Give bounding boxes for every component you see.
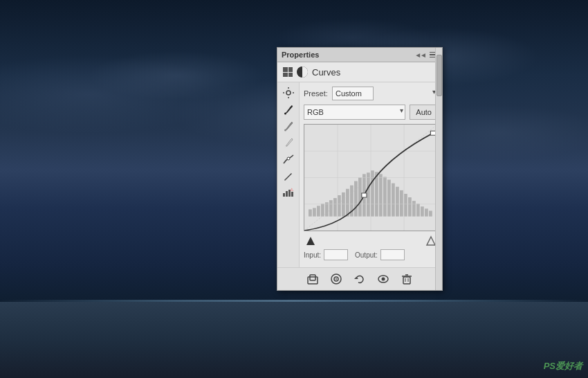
panel-body: ⚠ Preset: Custom RGB Red — [277, 82, 442, 267]
water-surface — [0, 302, 588, 378]
svg-rect-37 — [392, 183, 395, 217]
svg-rect-12 — [286, 191, 288, 197]
input-field: Input: — [304, 249, 348, 260]
panel-header: Curves — [277, 62, 442, 82]
gray-point-eyedropper[interactable] — [281, 118, 296, 134]
svg-rect-34 — [379, 174, 383, 216]
preset-select[interactable]: Custom — [332, 87, 374, 100]
grid-icon[interactable] — [283, 67, 293, 77]
channel-row: RGB Red Green Blue Auto — [304, 105, 438, 120]
channel-select[interactable]: RGB Red Green Blue — [304, 105, 405, 120]
svg-rect-18 — [313, 208, 316, 216]
svg-rect-45 — [425, 208, 428, 216]
svg-rect-46 — [429, 210, 432, 216]
collapse-arrows[interactable]: ◄◄ — [414, 51, 425, 59]
svg-rect-26 — [346, 189, 349, 217]
preset-select-wrapper: Custom — [332, 87, 438, 100]
watermark: PS爱好者 — [544, 360, 582, 372]
output-label: Output: — [355, 251, 378, 259]
svg-point-8 — [287, 157, 290, 160]
black-point-eyedropper[interactable] — [281, 102, 296, 117]
svg-rect-54 — [362, 193, 367, 197]
histogram-clipping-icon[interactable]: ⚠ — [281, 185, 296, 200]
svg-rect-31 — [367, 172, 370, 216]
svg-rect-66 — [403, 277, 410, 284]
input-label: Input: — [304, 251, 321, 259]
svg-rect-59 — [310, 275, 315, 280]
input-value[interactable] — [324, 249, 348, 260]
point-sliders-row — [304, 235, 438, 246]
white-point-eyedropper[interactable] — [281, 135, 296, 150]
svg-rect-14 — [291, 192, 293, 197]
svg-rect-25 — [342, 192, 345, 217]
adjustment-icon — [297, 66, 308, 78]
curve-area[interactable] — [304, 124, 438, 231]
svg-rect-41 — [408, 197, 412, 217]
scrollbar-thumb[interactable] — [437, 55, 442, 96]
svg-rect-42 — [412, 201, 416, 216]
panel-footer — [277, 267, 442, 290]
left-tools: ⚠ — [277, 82, 300, 267]
pencil-tool[interactable] — [281, 168, 296, 183]
svg-rect-35 — [383, 177, 387, 216]
output-field: Output: — [355, 249, 405, 260]
clip-to-layer-button[interactable] — [305, 271, 320, 287]
svg-marker-56 — [306, 237, 315, 245]
svg-rect-39 — [400, 190, 403, 217]
svg-rect-33 — [375, 172, 378, 216]
black-point-icon[interactable] — [305, 235, 316, 246]
channel-select-wrapper: RGB Red Green Blue — [304, 105, 405, 120]
svg-rect-28 — [354, 181, 358, 217]
svg-point-5 — [284, 113, 286, 115]
preset-label: Preset: — [304, 89, 328, 98]
curve-svg — [304, 125, 437, 231]
view-previous-button[interactable] — [329, 271, 344, 287]
curves-title: Curves — [312, 67, 340, 78]
svg-marker-63 — [354, 277, 358, 279]
svg-rect-17 — [309, 209, 312, 216]
svg-rect-38 — [396, 187, 399, 217]
svg-point-7 — [284, 146, 286, 148]
svg-rect-43 — [416, 204, 420, 216]
io-row: Input: Output: — [304, 249, 438, 260]
svg-point-65 — [382, 278, 385, 281]
svg-text:⚠: ⚠ — [290, 188, 294, 192]
visibility-button[interactable] — [376, 271, 391, 287]
svg-rect-23 — [333, 198, 337, 217]
svg-rect-21 — [325, 202, 329, 216]
svg-rect-11 — [283, 193, 285, 197]
sample-all-tool[interactable] — [281, 85, 296, 100]
output-value[interactable] — [380, 249, 405, 260]
svg-point-62 — [336, 278, 337, 280]
svg-rect-24 — [338, 195, 341, 217]
svg-rect-40 — [404, 194, 407, 217]
smooth-curve-tool[interactable] — [281, 152, 296, 167]
svg-rect-36 — [387, 180, 391, 217]
auto-button[interactable]: Auto — [410, 105, 438, 120]
properties-panel: Properties ◄◄ Curves — [277, 47, 443, 291]
svg-rect-44 — [421, 206, 424, 216]
svg-rect-19 — [317, 206, 320, 216]
svg-point-0 — [286, 91, 291, 95]
panel-scrollbar[interactable] — [435, 48, 442, 290]
panel-titlebar: Properties ◄◄ — [277, 48, 442, 62]
panel-title: Properties — [282, 51, 319, 59]
svg-rect-32 — [371, 170, 374, 216]
delete-button[interactable] — [399, 271, 414, 287]
reset-button[interactable] — [352, 271, 367, 287]
panel-controls: ◄◄ — [414, 51, 438, 59]
svg-marker-57 — [427, 237, 435, 245]
svg-rect-20 — [321, 204, 324, 216]
main-content: Preset: Custom RGB Red Green Blue — [300, 82, 442, 267]
preset-row: Preset: Custom — [304, 87, 438, 100]
svg-rect-29 — [358, 178, 362, 217]
svg-point-6 — [284, 129, 286, 132]
